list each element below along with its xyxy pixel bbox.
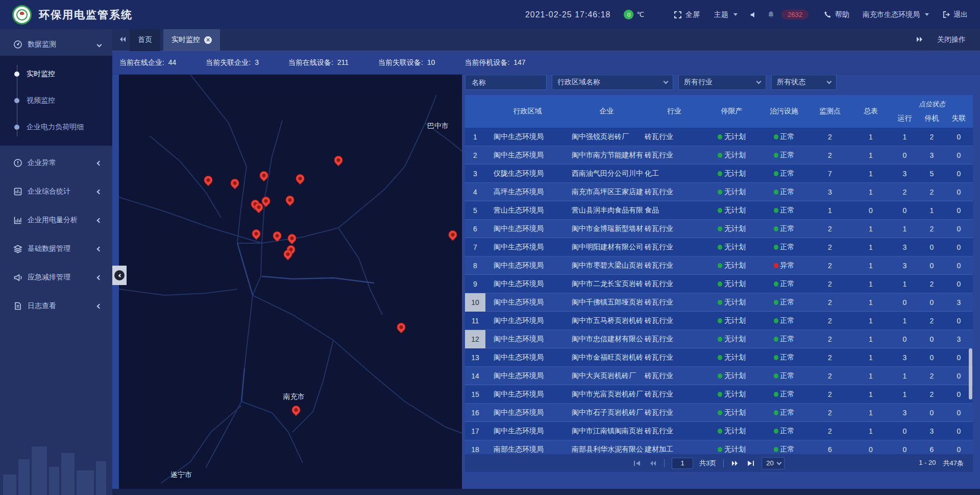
table-row[interactable]: 7阆中生态环境局阆中明阳建材有限公司砖瓦行业无计划正常21300 bbox=[465, 238, 973, 256]
sidebar-group-data-monitor[interactable]: 数据监测 bbox=[0, 33, 112, 56]
cell-total: 1 bbox=[850, 390, 891, 398]
sidebar-group-log-view[interactable]: 日志查看 bbox=[0, 295, 112, 317]
table-row[interactable]: 11阆中生态环境局阆中市五马桥页岩机砖砖瓦行业无计划正常21120 bbox=[465, 312, 973, 330]
skyline-building bbox=[61, 453, 75, 495]
table-row[interactable]: 18南部生态环境局南部县利华水泥有限公建材加工无计划正常60060 bbox=[465, 440, 973, 454]
status-dot-icon bbox=[718, 337, 722, 342]
table-row[interactable]: 4高坪生态环境局南充市高坪区王家店建砖瓦行业无计划正常31220 bbox=[465, 183, 973, 201]
cell-point-status: 120 bbox=[891, 317, 973, 325]
sidebar-group-base-data[interactable]: 基础数据管理 bbox=[0, 238, 112, 260]
skyline-building bbox=[49, 467, 59, 495]
cell-point-status: 060 bbox=[891, 445, 973, 454]
sound-button[interactable] bbox=[750, 11, 757, 18]
table-row[interactable]: 14阆中生态环境局阆中大兴页岩机砖厂砖瓦行业无计划正常21120 bbox=[465, 367, 973, 385]
region-filter-select[interactable]: 行政区域名称 bbox=[552, 75, 673, 90]
sidebar-group-enterprise-stats[interactable]: 企业综合统计 bbox=[0, 180, 112, 203]
table-row[interactable]: 5营山生态环境局营山县润丰肉食品有限食品无计划正常10010 bbox=[465, 201, 973, 220]
close-icon[interactable]: ✕ bbox=[204, 36, 212, 44]
facility-status-label: 正常 bbox=[780, 353, 795, 362]
fullscreen-button[interactable]: 全屏 bbox=[674, 10, 700, 19]
org-dropdown[interactable]: 南充市生态环境局 bbox=[863, 10, 929, 19]
sidebar-item-realtime-monitor[interactable]: 实时监控 bbox=[0, 61, 112, 87]
cell-index: 12 bbox=[465, 330, 485, 348]
status-dot-icon bbox=[718, 134, 722, 139]
bottom-strip bbox=[112, 489, 980, 495]
cell-stop-status: 无计划 bbox=[705, 243, 758, 252]
last-page-button[interactable] bbox=[747, 460, 754, 466]
table-row[interactable]: 9阆中生态环境局阆中市二龙长宝页岩砖砖瓦行业无计划正常21120 bbox=[465, 275, 973, 293]
chevron-down-icon bbox=[664, 79, 669, 84]
cell-halt: 2 bbox=[918, 133, 945, 141]
datetime: 2021-02-25 17:46:18 bbox=[525, 10, 611, 19]
table-row[interactable]: 8阆中生态环境局阆中市枣碧大梁山页岩砖瓦行业无计划异常21300 bbox=[465, 256, 973, 275]
cell-company: 阆中市二龙长宝页岩砖 bbox=[570, 279, 644, 289]
cell-index: 10 bbox=[465, 293, 485, 312]
tab-home[interactable]: 首页 bbox=[130, 29, 160, 51]
cell-industry: 砖瓦行业 bbox=[644, 132, 705, 142]
cell-index: 13 bbox=[465, 348, 485, 367]
cell-halt: 6 bbox=[918, 445, 945, 454]
cell-region: 阆中生态环境局 bbox=[485, 298, 570, 307]
table-row[interactable]: 16阆中生态环境局阆中市石子页岩机砖厂砖瓦行业无计划正常21300 bbox=[465, 404, 973, 422]
table-scrollbar-thumb[interactable] bbox=[969, 348, 972, 399]
logout-button[interactable]: 退出 bbox=[942, 10, 968, 19]
cell-region: 阆中生态环境局 bbox=[485, 224, 570, 233]
sidebar-group-enterprise-abnormal[interactable]: 企业异常 bbox=[0, 152, 112, 174]
cell-company: 营山县润丰肉食品有限 bbox=[570, 206, 644, 215]
cell-points: 2 bbox=[810, 133, 850, 141]
cell-industry: 砖瓦行业 bbox=[644, 353, 705, 362]
sidebar-group-emergency-reduction[interactable]: 应急减排管理 bbox=[0, 266, 112, 289]
stop-status-label: 无计划 bbox=[724, 390, 746, 399]
industry-filter-value: 所有行业 bbox=[684, 78, 713, 87]
table-row[interactable]: 2阆中生态环境局阆中市南方节能建材有砖瓦行业无计划正常21030 bbox=[465, 146, 973, 164]
cell-point-status: 300 bbox=[891, 353, 973, 362]
table-row[interactable]: 17阆中生态环境局阆中市江南镇阆南页岩砖瓦行业无计划正常21030 bbox=[465, 422, 973, 440]
close-operations-button[interactable]: 关闭操作 bbox=[916, 35, 966, 44]
prev-page-button[interactable] bbox=[649, 460, 657, 466]
table-row[interactable]: 3仪陇生态环境局西南油气田分公司川中化工无计划正常71350 bbox=[465, 164, 973, 183]
stop-status-label: 无计划 bbox=[724, 151, 746, 160]
first-page-button[interactable] bbox=[633, 460, 641, 466]
table-row[interactable]: 1阆中生态环境局阆中强锐页岩砖厂砖瓦行业无计划正常21120 bbox=[465, 128, 973, 146]
cell-run: 1 bbox=[891, 133, 918, 141]
page-number-input[interactable] bbox=[672, 458, 693, 469]
map-collapse-handle[interactable] bbox=[112, 266, 127, 285]
tab-realtime[interactable]: 实时监控✕ bbox=[163, 29, 220, 51]
sidebar-group-power-analysis[interactable]: 企业用电量分析 bbox=[0, 209, 112, 231]
map-panel[interactable]: 巴中市南充市遂宁市 bbox=[119, 75, 462, 489]
fullscreen-label: 全屏 bbox=[685, 10, 700, 19]
facility-status-label: 正常 bbox=[780, 427, 795, 436]
status-filter-select[interactable]: 所有状态 bbox=[771, 75, 837, 90]
name-filter-input[interactable] bbox=[465, 75, 547, 90]
notifications-button[interactable]: 2632 bbox=[767, 10, 808, 19]
sidebar-item-power-load-detail[interactable]: 企业电力负荷明细 bbox=[0, 114, 112, 140]
cell-run: 3 bbox=[891, 243, 918, 251]
cell-points: 3 bbox=[810, 188, 850, 196]
next-page-button[interactable] bbox=[731, 460, 739, 466]
help-button[interactable]: 帮助 bbox=[824, 10, 849, 19]
stop-status-label: 无计划 bbox=[724, 316, 746, 325]
name-input[interactable] bbox=[471, 78, 541, 87]
status-dot-icon bbox=[718, 171, 722, 176]
cell-lost: 0 bbox=[945, 188, 972, 196]
cell-lost: 0 bbox=[945, 151, 972, 159]
chevron-left-icon bbox=[97, 218, 102, 223]
cell-company: 阆中市金博瑞新型墙材 bbox=[570, 224, 644, 233]
app-title: 环保用电监管系统 bbox=[39, 8, 133, 22]
cell-facility-status: 正常 bbox=[758, 243, 810, 252]
table-row[interactable]: 13阆中生态环境局阆中市金福旺页岩机砖砖瓦行业无计划正常21300 bbox=[465, 348, 973, 367]
close-operations-label: 关闭操作 bbox=[937, 35, 966, 44]
industry-filter-select[interactable]: 所有行业 bbox=[678, 75, 766, 90]
theme-button[interactable]: 主题 bbox=[714, 10, 738, 19]
total-count-label: 共47条 bbox=[943, 459, 964, 468]
table-row[interactable]: 10阆中生态环境局阆中千佛镇五郎垭页岩砖瓦行业无计划正常21003 bbox=[465, 293, 973, 312]
table-row[interactable]: 12阆中生态环境局阆中市忠信建材有限公砖瓦行业无计划正常21003 bbox=[465, 330, 973, 348]
cell-lost: 0 bbox=[945, 133, 972, 141]
tabs-scroll-left-icon[interactable] bbox=[118, 35, 127, 44]
page-size-select[interactable]: 20 bbox=[762, 457, 784, 469]
table-row[interactable]: 6阆中生态环境局阆中市金博瑞新型墙材砖瓦行业无计划正常21120 bbox=[465, 220, 973, 238]
sidebar-item-video-monitor[interactable]: 视频监控 bbox=[0, 87, 112, 114]
table-row[interactable]: 15阆中生态环境局阆中市光富页岩机砖厂砖瓦行业无计划正常21120 bbox=[465, 385, 973, 404]
status-dot-icon bbox=[718, 373, 722, 379]
status-dot-icon bbox=[718, 153, 722, 158]
